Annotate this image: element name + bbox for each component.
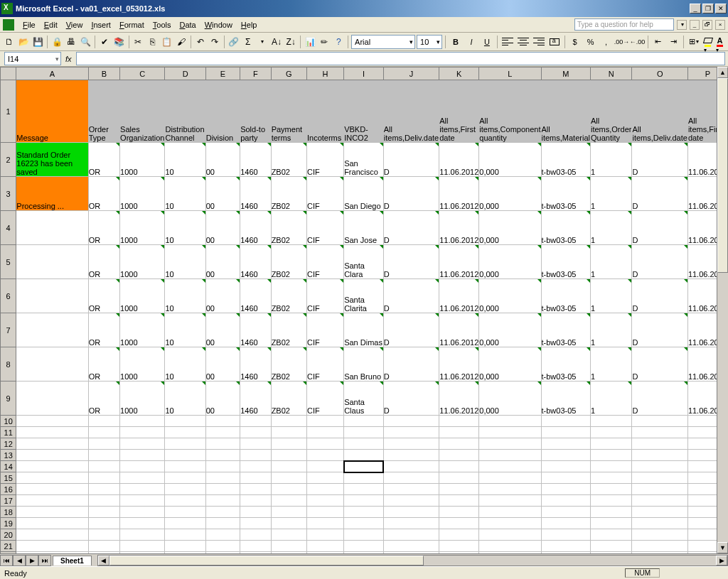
cell[interactable] <box>240 472 272 484</box>
cell[interactable]: CIF <box>306 245 343 279</box>
cell[interactable] <box>120 529 165 541</box>
cell[interactable] <box>240 484 272 495</box>
workbook-minimize[interactable]: _ <box>690 20 700 30</box>
cell[interactable] <box>632 529 687 541</box>
cell[interactable] <box>16 472 88 484</box>
cell[interactable] <box>306 416 343 427</box>
cell[interactable]: San Bruno <box>344 347 384 382</box>
cell[interactable] <box>306 541 343 552</box>
column-header-N[interactable]: N <box>590 67 631 80</box>
row-header-9[interactable]: 9 <box>1 382 16 416</box>
cell[interactable] <box>240 416 272 427</box>
cell[interactable]: t-bw03-05 <box>541 382 590 416</box>
cell[interactable] <box>205 416 240 427</box>
cell[interactable] <box>590 495 631 507</box>
cell[interactable]: 0,000 <box>479 211 541 245</box>
cell[interactable]: 10 <box>165 313 205 347</box>
row-header-1[interactable]: 1 <box>1 80 16 143</box>
tab-first-button[interactable]: ⏮ <box>0 555 13 566</box>
cell[interactable] <box>541 416 590 427</box>
cell[interactable] <box>271 541 306 552</box>
cell[interactable]: D <box>632 382 687 416</box>
cell[interactable]: 1460 <box>240 382 272 416</box>
cell[interactable] <box>306 529 343 541</box>
header-cell[interactable]: Division <box>205 80 240 143</box>
row-header-16[interactable]: 16 <box>1 484 16 495</box>
cell[interactable]: D <box>383 245 439 279</box>
font-color-button[interactable]: A <box>714 36 725 48</box>
cell[interactable]: D <box>383 143 439 177</box>
menu-insert[interactable]: Insert <box>87 19 115 31</box>
column-header-O[interactable]: O <box>632 67 687 80</box>
cell[interactable] <box>88 450 119 461</box>
menu-window[interactable]: Window <box>200 19 237 31</box>
cell[interactable]: CIF <box>306 382 343 416</box>
column-header-H[interactable]: H <box>306 67 343 80</box>
cell[interactable]: 11.06.2012 <box>439 143 479 177</box>
align-center-button[interactable] <box>516 35 530 49</box>
cell[interactable]: San Jose <box>344 211 384 245</box>
row-header-14[interactable]: 14 <box>1 461 16 472</box>
cell[interactable] <box>479 472 541 484</box>
cell[interactable] <box>120 518 165 529</box>
column-header-B[interactable]: B <box>88 67 119 80</box>
cell[interactable] <box>120 507 165 518</box>
autosum-button[interactable]: Σ <box>242 34 255 50</box>
cell[interactable] <box>479 450 541 461</box>
cell[interactable]: D <box>383 177 439 211</box>
cell[interactable]: 11.06.2012 <box>439 382 479 416</box>
cell[interactable] <box>205 450 240 461</box>
header-cell[interactable]: All items,Deliv.date <box>383 80 439 143</box>
cell[interactable]: ZB02 <box>271 143 306 177</box>
cut-button[interactable]: ✂ <box>132 34 144 50</box>
row-header-7[interactable]: 7 <box>1 313 16 347</box>
column-header-F[interactable]: F <box>240 67 272 80</box>
permission-button[interactable]: 🔒 <box>50 34 63 50</box>
cell[interactable] <box>632 518 687 529</box>
cell[interactable] <box>16 245 88 279</box>
cell[interactable]: Standard Order 16223 has been saved <box>16 143 88 177</box>
cell[interactable] <box>439 484 479 495</box>
cell[interactable] <box>205 484 240 495</box>
cell[interactable] <box>16 382 88 416</box>
cell[interactable] <box>439 438 479 450</box>
cell[interactable] <box>344 450 384 461</box>
cell[interactable] <box>344 461 384 472</box>
font-name-combo[interactable]: Arial <box>351 35 415 49</box>
sheet-tab[interactable]: Sheet1 <box>53 556 92 566</box>
align-right-button[interactable] <box>532 35 546 49</box>
cell[interactable]: t-bw03-05 <box>541 313 590 347</box>
menu-help[interactable]: Help <box>237 19 262 31</box>
scroll-left-arrow[interactable]: ◀ <box>98 556 109 566</box>
hscroll-thumb[interactable] <box>109 556 424 566</box>
cell[interactable]: 10 <box>165 211 205 245</box>
cell[interactable] <box>479 427 541 438</box>
cell[interactable]: 0,000 <box>479 177 541 211</box>
row-header-2[interactable]: 2 <box>1 143 16 177</box>
decrease-indent-button[interactable]: ⇤ <box>651 35 665 49</box>
cell[interactable] <box>165 438 205 450</box>
row-header-8[interactable]: 8 <box>1 347 16 382</box>
cell[interactable]: 10 <box>165 143 205 177</box>
cell[interactable] <box>383 484 439 495</box>
cell[interactable]: ZB02 <box>271 347 306 382</box>
cell[interactable] <box>479 438 541 450</box>
cell[interactable] <box>344 541 384 552</box>
horizontal-scrollbar[interactable]: ◀ ▶ <box>97 555 728 566</box>
workbook-restore[interactable]: 🗗 <box>702 20 712 30</box>
cell[interactable] <box>205 472 240 484</box>
row-header-18[interactable]: 18 <box>1 507 16 518</box>
cell[interactable] <box>271 427 306 438</box>
formula-input[interactable] <box>76 52 725 65</box>
row-header-10[interactable]: 10 <box>1 416 16 427</box>
row-header-21[interactable]: 21 <box>1 541 16 552</box>
cell[interactable]: t-bw03-05 <box>541 279 590 313</box>
cell[interactable]: D <box>632 211 687 245</box>
cell[interactable] <box>439 461 479 472</box>
cell[interactable]: 1 <box>590 347 631 382</box>
cell[interactable] <box>16 484 88 495</box>
cell[interactable]: 1460 <box>240 279 272 313</box>
increase-decimal-button[interactable]: .00→ <box>615 35 629 49</box>
cell[interactable]: Processing ... <box>16 177 88 211</box>
cell[interactable] <box>439 495 479 507</box>
